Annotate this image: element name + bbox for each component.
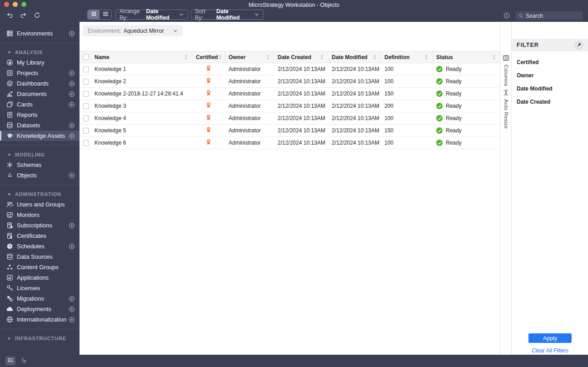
sort-icon[interactable] xyxy=(184,54,188,60)
add-icon[interactable] xyxy=(69,296,75,302)
sidebar-item-monitors[interactable]: Monitors xyxy=(0,210,80,220)
sidebar-item-dashboards[interactable]: Dashboards xyxy=(0,78,80,89)
select-all-checkbox[interactable] xyxy=(83,54,89,60)
sort-icon[interactable] xyxy=(320,54,324,60)
apply-button[interactable]: Apply xyxy=(528,333,572,343)
add-icon[interactable] xyxy=(69,172,75,179)
add-icon[interactable] xyxy=(69,101,75,108)
row-checkbox[interactable] xyxy=(83,91,89,97)
sort-icon[interactable] xyxy=(266,54,270,60)
sort-icon[interactable] xyxy=(424,54,429,60)
subscriptions-icon xyxy=(6,222,13,229)
add-icon[interactable] xyxy=(69,317,75,323)
refresh-icon[interactable] xyxy=(33,11,41,19)
environment-dropdown[interactable]: Environment: Aqueduct Mirror xyxy=(83,25,183,36)
sidebar-item-schedules[interactable]: Schedules xyxy=(0,241,80,251)
table-row[interactable]: Knowledge 6Administrator2/12/2024 10:13A… xyxy=(80,137,500,149)
search-box[interactable] xyxy=(516,11,583,20)
sidebar-item-migrations[interactable]: Migrations xyxy=(0,293,80,304)
list-view-button[interactable] xyxy=(100,10,111,19)
sidebar-item-environments[interactable]: Environments xyxy=(0,28,80,39)
add-icon[interactable] xyxy=(69,80,75,87)
column-header-status[interactable]: Status xyxy=(433,51,500,63)
table-row[interactable]: Knowledge 1Administrator2/12/2024 10:13A… xyxy=(80,63,500,75)
certified-ribbon-icon xyxy=(205,139,212,147)
add-icon[interactable] xyxy=(69,30,75,37)
add-icon[interactable] xyxy=(69,243,75,250)
definition-value: 150 xyxy=(384,90,394,97)
sidebar-item-objects[interactable]: Objects xyxy=(0,170,80,181)
grid-view-button[interactable] xyxy=(88,10,100,19)
sort-by-dropdown[interactable]: Sort By: Date Modified xyxy=(191,10,264,20)
sidebar-item-my-library[interactable]: My Library xyxy=(0,57,80,68)
caret-down-icon xyxy=(7,50,11,55)
column-header-date-created[interactable]: Date Created xyxy=(274,51,328,63)
row-checkbox[interactable] xyxy=(83,128,89,134)
row-checkbox[interactable] xyxy=(83,140,89,146)
table-row[interactable]: Knowledge 5Administrator2/12/2024 10:13A… xyxy=(80,125,500,137)
table-row[interactable]: Knowledge 4Administrator2/12/2024 10:13A… xyxy=(80,112,500,125)
row-checkbox[interactable] xyxy=(83,116,89,121)
sidebar-item-deployments[interactable]: Deployments xyxy=(0,304,80,314)
sidebar-item-datasets[interactable]: Datasets xyxy=(0,120,80,131)
columns-icon[interactable] xyxy=(503,55,509,61)
sidebar-section-adminstration[interactable]: ADMINSTRATION xyxy=(0,189,80,199)
search-input[interactable] xyxy=(526,13,576,19)
row-checkbox[interactable] xyxy=(83,79,89,85)
table-row[interactable]: Knowledge 2Administrator2/12/2024 10:13A… xyxy=(80,75,500,88)
add-icon[interactable] xyxy=(69,133,75,139)
arrange-by-dropdown[interactable]: Arrange By: Date Modified xyxy=(115,10,188,20)
filter-item-certified[interactable]: Certified xyxy=(512,55,588,69)
sidebar-section-infrastructure[interactable]: INFRASTRUCTURE xyxy=(0,333,80,343)
row-checkbox[interactable] xyxy=(83,103,89,109)
add-icon[interactable] xyxy=(69,70,75,76)
my-library-icon xyxy=(6,59,13,66)
filter-item-date-modified[interactable]: Date Modified xyxy=(512,82,588,95)
column-header-owner[interactable]: Owner xyxy=(225,51,274,63)
redo-icon[interactable] xyxy=(19,11,27,19)
row-checkbox[interactable] xyxy=(83,66,89,72)
add-icon[interactable] xyxy=(69,222,75,229)
sidebar-item-applications[interactable]: Applications xyxy=(0,272,80,283)
auto-resize-button[interactable]: Auto Resize xyxy=(503,99,509,129)
sidebar-item-certificates[interactable]: Certificates xyxy=(0,231,80,241)
sidebar-item-knowledge-assets[interactable]: Knowledge Assets xyxy=(0,131,80,141)
pin-filter-button[interactable] xyxy=(574,40,583,50)
flat-list-view-button[interactable] xyxy=(5,357,15,365)
sidebar-item-schemas[interactable]: Schemas xyxy=(0,160,80,170)
sidebar-section-modeling[interactable]: MODELING xyxy=(0,150,80,160)
caret-right-icon xyxy=(7,337,11,341)
sidebar-section-analysis[interactable]: ANALYSIS xyxy=(0,47,80,57)
column-header-definition[interactable]: Definition xyxy=(381,51,433,63)
column-header-date-modified[interactable]: Date Modified xyxy=(328,51,381,63)
sidebar-item-reports[interactable]: Reports xyxy=(0,110,80,120)
sidebar-item-subscriptions[interactable]: Subscriptions xyxy=(0,220,80,231)
add-icon[interactable] xyxy=(69,91,75,97)
column-header-certified[interactable]: Certified xyxy=(192,51,225,63)
filter-item-owner[interactable]: Owner xyxy=(512,69,588,82)
columns-button[interactable]: Columns xyxy=(503,65,509,86)
column-header-name[interactable]: Name xyxy=(80,51,192,63)
sidebar-item-internationalization[interactable]: Internationalization xyxy=(0,314,80,325)
auto-resize-icon[interactable] xyxy=(503,89,509,96)
sidebar-item-projects[interactable]: Projects xyxy=(0,68,80,78)
table-row[interactable]: Knowledge 3Administrator2/12/2024 10:13A… xyxy=(80,100,500,112)
sidebar-item-content-groups[interactable]: Content Groups xyxy=(0,262,80,272)
tree-view-button[interactable] xyxy=(19,357,29,365)
sidebar-item-documents[interactable]: Documents xyxy=(0,89,80,99)
sort-icon[interactable] xyxy=(492,54,496,60)
sidebar-item-cards[interactable]: Cards xyxy=(0,99,80,110)
undo-icon[interactable] xyxy=(5,11,14,19)
sidebar-item-data-sources[interactable]: Data Sources xyxy=(0,251,80,262)
status-value: Ready xyxy=(446,90,462,97)
add-icon[interactable] xyxy=(69,122,75,129)
filter-item-date-created[interactable]: Date Created xyxy=(512,95,588,108)
add-icon[interactable] xyxy=(69,306,75,312)
sidebar-item-licenses[interactable]: Licenses xyxy=(0,283,80,293)
sidebar-item-users-and-groups[interactable]: Users and Groups xyxy=(0,199,80,210)
clear-all-filters-link[interactable]: Clear All Filters xyxy=(512,347,588,354)
table-row[interactable]: Knowledge 2-2018-12-27 14:28:41.4Adminis… xyxy=(80,88,500,100)
sort-icon[interactable] xyxy=(218,54,222,60)
info-icon[interactable] xyxy=(503,12,510,20)
sort-icon[interactable] xyxy=(373,54,377,60)
